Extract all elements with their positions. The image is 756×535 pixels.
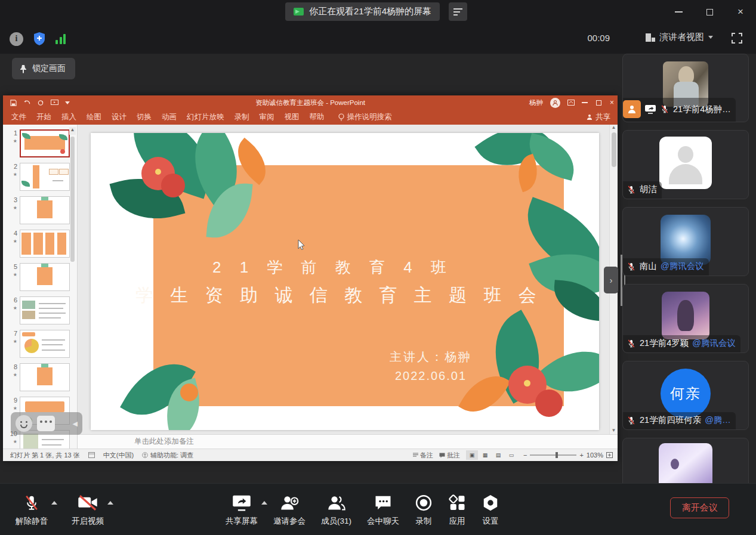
meeting-info-icon[interactable]: i: [10, 32, 23, 46]
account-avatar[interactable]: [550, 98, 560, 108]
tab-insert[interactable]: 插入: [61, 112, 76, 122]
tellme-search[interactable]: 操作说明搜索: [338, 112, 392, 122]
slide-thumbnail-5[interactable]: [20, 263, 70, 291]
members-icon: [327, 494, 346, 512]
zoom-slider[interactable]: [530, 454, 576, 456]
tencent-meeting-window: 你正在观看21学前4杨翀的屏幕 × i 00:09 演讲者视图: [0, 0, 756, 535]
participant-tile-yangzhou[interactable]: 21学前4杨翀…: [622, 54, 749, 122]
slide-thumbnail-1[interactable]: [20, 129, 70, 157]
ppt-minimize-icon[interactable]: [582, 102, 588, 103]
share-screen-button[interactable]: 共享屏幕: [226, 494, 258, 527]
tab-view[interactable]: 视图: [285, 112, 300, 122]
comments-toggle[interactable]: 批注: [439, 451, 460, 460]
fullscreen-icon[interactable]: [731, 32, 743, 44]
tab-draw[interactable]: 绘图: [87, 112, 101, 122]
notes-pane[interactable]: 单击此处添加备注: [78, 434, 618, 449]
lock-view-button[interactable]: 锁定画面: [12, 58, 75, 79]
tab-transitions[interactable]: 切换: [137, 112, 152, 122]
record-button[interactable]: 录制: [415, 494, 433, 527]
normal-view-button[interactable]: ▣: [466, 450, 478, 460]
tab-file[interactable]: 文件: [11, 112, 26, 122]
close-button[interactable]: ×: [725, 0, 756, 24]
sidebar-collapse-button[interactable]: ›: [604, 267, 618, 293]
collapse-reactions-icon[interactable]: ◀: [73, 420, 78, 428]
zoom-slider-thumb[interactable]: [556, 452, 558, 458]
scrollbar-thumb[interactable]: [612, 132, 616, 167]
security-shield-icon[interactable]: [33, 32, 46, 46]
accessibility-status[interactable]: 辅助功能: 调查: [142, 451, 193, 460]
scroll-up-icon[interactable]: ▲: [610, 125, 618, 130]
watching-banner[interactable]: 你正在观看21学前4杨翀的屏幕: [285, 2, 440, 21]
slide-thumbnail-2[interactable]: [20, 163, 70, 191]
slideshow-view-button[interactable]: ▭: [505, 450, 517, 460]
zoom-in-button[interactable]: +: [579, 451, 583, 459]
video-options-icon[interactable]: [107, 501, 113, 505]
language-status[interactable]: 中文(中国): [103, 451, 134, 460]
share-options-icon[interactable]: [261, 501, 267, 505]
quick-message-icon[interactable]: [37, 416, 55, 431]
apps-button[interactable]: 应用: [448, 494, 466, 527]
ribbon-display-icon[interactable]: [567, 100, 575, 106]
tab-animations[interactable]: 动画: [162, 112, 177, 122]
zoom-out-button[interactable]: −: [523, 451, 527, 459]
share-screen-icon: [232, 494, 251, 512]
avatar: [659, 443, 712, 483]
chat-button[interactable]: 会中聊天: [367, 494, 399, 527]
ppt-titlebar: 资助诚信教育主题班会 - PowerPoint 杨翀 ×: [3, 95, 618, 110]
participant-name: 21学前4杨翀…: [673, 104, 731, 115]
slide-number: 6: [14, 296, 17, 304]
window-titlebar: 你正在观看21学前4杨翀的屏幕 ×: [0, 0, 756, 24]
participant-tile-partial[interactable]: [622, 438, 749, 483]
slide-thumbnail-6[interactable]: [20, 296, 70, 324]
ppt-restore-icon[interactable]: [596, 100, 601, 106]
scroll-up-icon[interactable]: ▲: [69, 127, 76, 135]
mouse-cursor: [298, 239, 306, 250]
notes-toggle[interactable]: 备注: [413, 451, 433, 460]
unmute-options-icon[interactable]: [51, 501, 57, 505]
animation-star-icon: ★: [7, 171, 17, 178]
slide-thumbnail-8[interactable]: [20, 363, 70, 391]
unmute-button[interactable]: 解除静音: [16, 494, 48, 527]
ppt-close-icon[interactable]: ×: [610, 98, 614, 107]
watching-label: 你正在观看21学前4杨翀的屏幕: [309, 6, 431, 17]
slide-number: 2: [14, 163, 17, 170]
minimize-button[interactable]: [663, 0, 694, 24]
tab-design[interactable]: 设计: [112, 112, 126, 122]
slide-thumbnail-4[interactable]: [20, 230, 70, 258]
scroll-down-icon[interactable]: ▼: [610, 428, 618, 433]
tab-home[interactable]: 开始: [36, 112, 51, 122]
settings-button[interactable]: 设置: [482, 494, 499, 527]
fit-slide-icon[interactable]: [606, 452, 613, 458]
leave-meeting-button[interactable]: 离开会议: [670, 497, 729, 518]
theme-icon[interactable]: [88, 452, 95, 458]
invite-button[interactable]: 邀请参会: [273, 494, 306, 527]
slide-thumbnail-3[interactable]: [20, 196, 70, 224]
notes-placeholder: 单击此处添加备注: [134, 437, 194, 447]
reading-view-button[interactable]: ▤: [492, 450, 504, 460]
tab-help[interactable]: 帮助: [310, 112, 325, 122]
slide-thumbnail-7[interactable]: [20, 330, 70, 358]
start-video-button[interactable]: 开启视频: [72, 494, 104, 527]
participant-tile-hujie[interactable]: 胡洁: [622, 130, 749, 199]
emoji-reaction-icon[interactable]: [16, 415, 32, 432]
layout-icon: [646, 33, 655, 42]
tab-slideshow[interactable]: 幻灯片放映: [187, 112, 224, 122]
view-mode-switcher[interactable]: 演讲者视图: [646, 32, 713, 43]
maximize-button[interactable]: [694, 0, 725, 24]
slide-title-line1: 2 1 学 前 教 育 4 班: [91, 257, 575, 278]
members-button[interactable]: 成员(31): [321, 494, 351, 527]
scrollbar-thumb[interactable]: [70, 137, 75, 262]
tab-review[interactable]: 审阅: [260, 112, 274, 122]
ppt-share-button[interactable]: 共享: [587, 112, 610, 122]
participant-tile-heqin[interactable]: 何亲 21学前四班何亲 @腾…: [622, 361, 749, 430]
banner-menu-button[interactable]: [449, 2, 467, 21]
slide-sorter-button[interactable]: ▦: [479, 450, 491, 460]
thumbnail-scrollbar[interactable]: ▲: [69, 127, 76, 448]
participant-tile-nanshan[interactable]: 南山 @腾讯会议: [622, 207, 749, 276]
tab-record[interactable]: 录制: [234, 112, 249, 122]
zoom-level[interactable]: 103%: [587, 451, 603, 459]
network-signal-icon[interactable]: [55, 34, 66, 44]
participant-tile-luoying[interactable]: 21学前4罗颖 @腾讯会议: [622, 284, 749, 353]
slide-canvas[interactable]: 2 1 学 前 教 育 4 班 学 生 资 助 诚 信 教 育 主 题 班 会 …: [91, 133, 599, 430]
mic-muted-icon: [627, 416, 636, 425]
